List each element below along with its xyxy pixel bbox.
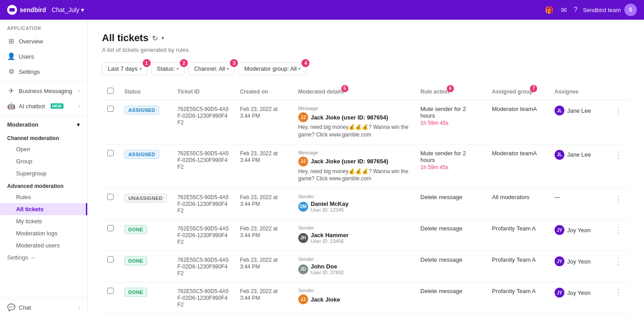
row-menu-button[interactable]: ⋮ [613, 225, 624, 235]
row-checkbox-5[interactable] [107, 288, 114, 294]
row-menu-cell: ⋮ [607, 282, 630, 314]
filter-num-badge-1: 1 [143, 59, 151, 67]
status-badge: DONE [124, 225, 147, 234]
sidebar-item-my-tickets[interactable]: My tickets [0, 215, 87, 227]
filter-channel-label: Channel: All [194, 65, 225, 72]
row-ticket-cell: 762E55C5-90D5-4A5F-02D6-1230F990F4F2 [172, 251, 235, 282]
sidebar-item-all-tickets[interactable]: All tickets [0, 203, 87, 215]
user-menu[interactable]: Sendbird team S [583, 4, 637, 16]
filter-arrow-2: ▾ [177, 66, 179, 71]
sidebar-item-users[interactable]: 👤 Users [0, 49, 87, 64]
assignee-name: Joy Yeon [567, 258, 591, 265]
row-menu-button[interactable]: ⋮ [613, 150, 624, 160]
row-ticket-cell: 762E55C5-90D5-4A5F-02D6-1230F990F4F2 [172, 144, 235, 188]
chat-arrow: › [78, 304, 80, 311]
row-checkbox-cell [102, 220, 119, 251]
topbar-icons: 🎁 ✉ ? [545, 6, 578, 14]
channel-moderation-label[interactable]: Channel moderation [0, 132, 87, 143]
channel-moderation-items: Open Group Supergroup [0, 143, 87, 179]
ticket-id: 762E55C5-90D5-4A5F-02D6-1230F990F4F2 [178, 257, 229, 277]
row-checkbox-4[interactable] [107, 256, 114, 263]
col-header-ticket-id: Ticket ID [172, 83, 235, 100]
filter-channel[interactable]: 3 Channel: All ▾ [188, 62, 235, 75]
detail-type: Sender [298, 194, 410, 199]
status-badge: ASSIGNED [124, 150, 159, 159]
row-checkbox-1[interactable] [107, 150, 114, 156]
row-checkbox-0[interactable] [107, 106, 114, 112]
row-menu-button[interactable]: ⋮ [613, 194, 624, 204]
sidebar-item-settings-top[interactable]: ⚙ Settings [0, 64, 87, 79]
sidebar-item-supergroup[interactable]: Supergroup [0, 167, 87, 179]
sidebar-item-ai-chatbot[interactable]: 🤖 AI chatbot NEW › [0, 98, 87, 114]
detail-type: Sender [298, 256, 410, 262]
row-created-cell: Feb 23, 2022 at 3:44 PM [235, 100, 293, 145]
advanced-moderation-label[interactable]: Advanced moderation [0, 179, 87, 191]
app-chevron: ▾ [81, 6, 84, 13]
action-timer: 1h 59m 45s [420, 164, 481, 170]
detail-name: Jack Hammer [311, 232, 349, 238]
created-on: Feb 23, 2022 at 3:44 PM [240, 106, 278, 119]
row-assignee-cell: — [549, 188, 607, 220]
help-icon[interactable]: ? [574, 6, 578, 14]
page-title-chevron[interactable]: ▾ [161, 35, 164, 41]
detail-name-wrap: Jack Jioke [311, 296, 340, 303]
settings-icon: ⚙ [7, 68, 15, 76]
assigned-group: All moderators [492, 194, 530, 200]
row-menu-button[interactable]: ⋮ [613, 288, 624, 298]
detail-userid: User ID: 12345 [311, 207, 349, 213]
filter-moderator-group[interactable]: 4 Moderator group: All ▾ [238, 62, 306, 75]
refresh-icon[interactable]: ↻ [152, 34, 158, 43]
sidebar-item-business-messaging[interactable]: ✈ Business Messaging › [0, 83, 87, 98]
detail-avatar: JH [298, 233, 308, 243]
assignee-cell: JL Jane Lee [555, 106, 602, 115]
select-all-checkbox[interactable] [107, 88, 114, 94]
row-menu-button[interactable]: ⋮ [613, 256, 624, 266]
detail-user: DM Daniel McKay User ID: 12345 [298, 200, 410, 213]
filter-status[interactable]: 2 Status: ▾ [151, 62, 185, 75]
row-menu-button[interactable]: ⋮ [613, 106, 624, 115]
row-status-cell: DONE [119, 251, 172, 282]
assignee-cell: JY Joy Yeon [555, 288, 602, 298]
sidebar-item-overview[interactable]: ⊞ Overview [0, 34, 87, 49]
row-details-cell: Sender JH Jack Hammer User ID: 23456 [293, 220, 415, 251]
table-row: DONE 762E55C5-90D5-4A5F-02D6-1230F990F4F… [102, 220, 630, 251]
row-group-cell: Profanity Team A [487, 282, 549, 314]
row-details-cell: Message JJ Jack Jioke (user ID: 987654) … [293, 144, 415, 188]
filter-last-days[interactable]: 1 Last 7 days ▾ [102, 62, 148, 75]
row-checkbox-cell [102, 188, 119, 220]
detail-type: Message [298, 106, 410, 111]
app-name: Chat_July [51, 6, 79, 13]
detail-userid: User ID: 23456 [311, 238, 349, 244]
sidebar-item-settings-arrow[interactable]: Settings → [0, 251, 87, 264]
assignee-cell: JY Joy Yeon [555, 256, 602, 266]
sidebar-item-rules[interactable]: Rules [0, 191, 87, 203]
filter-row: 1 Last 7 days ▾ 2 Status: ▾ 3 Channel: A… [102, 62, 630, 75]
sidebar-item-chat[interactable]: 💬 Chat › [0, 299, 87, 315]
assignee-avatar: JY [555, 256, 564, 266]
moderation-header[interactable]: Moderation ▾ [0, 118, 87, 132]
detail-name-wrap: Jack Jioke (user ID: 987654) [311, 114, 388, 121]
page-title-row: All tickets ↻ ▾ [102, 32, 630, 44]
row-action-cell: Delete message [415, 282, 487, 314]
row-checkbox-3[interactable] [107, 225, 114, 231]
rule-action: Delete message [420, 288, 481, 294]
row-created-cell: Feb 23, 2022 at 3:44 PM [235, 144, 293, 188]
gift-icon[interactable]: 🎁 [545, 6, 554, 14]
row-menu-cell: ⋮ [607, 144, 630, 188]
sidebar-item-open[interactable]: Open [0, 143, 87, 155]
row-checkbox-cell [102, 282, 119, 314]
sidebar-item-group[interactable]: Group [0, 155, 87, 167]
app-selector[interactable]: Chat_July ▾ [51, 6, 84, 13]
row-created-cell: Feb 23, 2022 at 3:44 PM [235, 188, 293, 220]
mail-icon[interactable]: ✉ [561, 6, 567, 14]
filter-arrow-4: ▾ [298, 66, 301, 71]
row-status-cell: ASSIGNED [119, 144, 172, 188]
main-content: All tickets ↻ ▾ A list of tickets genera… [88, 20, 644, 315]
rule-action: Mute sender for 2 hours [420, 150, 481, 163]
row-assignee-cell: JY Joy Yeon [549, 220, 607, 251]
detail-name: Daniel McKay [311, 200, 349, 207]
sidebar-item-moderated-users[interactable]: Moderated users [0, 239, 87, 251]
assigned-group: Profanity Team A [492, 256, 536, 263]
sidebar-item-moderation-logs[interactable]: Moderation logs [0, 227, 87, 239]
row-checkbox-2[interactable] [107, 194, 114, 200]
